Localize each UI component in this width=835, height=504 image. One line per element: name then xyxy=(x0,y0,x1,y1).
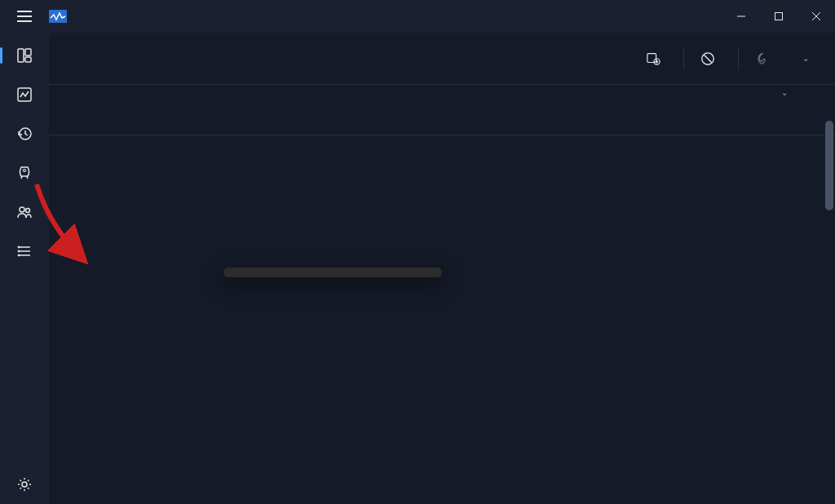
column-cpu[interactable] xyxy=(510,85,589,135)
efficiency-icon xyxy=(755,51,770,66)
svg-rect-20 xyxy=(647,53,656,62)
column-status[interactable] xyxy=(380,85,510,135)
window-controls xyxy=(722,0,835,33)
minimize-button[interactable] xyxy=(722,0,760,33)
svg-rect-2 xyxy=(775,13,783,20)
svg-rect-6 xyxy=(25,49,31,55)
sidebar-tab-processes[interactable] xyxy=(5,36,44,75)
titlebar xyxy=(0,0,835,33)
column-name[interactable] xyxy=(99,85,380,135)
sidebar-tab-settings[interactable] xyxy=(5,465,44,504)
scrollbar[interactable] xyxy=(825,121,833,210)
sidebar-tab-app-history[interactable] xyxy=(5,114,44,153)
sidebar-tab-performance[interactable] xyxy=(5,75,44,114)
context-menu xyxy=(223,267,442,277)
toolbar-divider xyxy=(683,47,684,70)
svg-point-18 xyxy=(18,254,20,256)
svg-rect-5 xyxy=(18,49,24,62)
toolbar: ⌄ xyxy=(49,33,835,85)
view-button[interactable]: ⌄ xyxy=(788,47,819,69)
maximize-button[interactable] xyxy=(760,0,797,33)
svg-point-16 xyxy=(18,246,20,248)
run-new-task-button[interactable] xyxy=(634,45,678,73)
chevron-down-icon: ⌄ xyxy=(802,54,809,63)
annotation-arrow xyxy=(24,176,98,274)
sort-caret-icon: ⌄ xyxy=(781,88,788,97)
main-panel: ⌄ ⌄ xyxy=(49,33,835,504)
toolbar-divider-2 xyxy=(738,47,739,70)
svg-rect-7 xyxy=(25,57,31,62)
svg-point-19 xyxy=(22,482,27,487)
task-manager-window: ⌄ ⌄ xyxy=(0,0,835,504)
svg-line-25 xyxy=(705,55,712,62)
run-task-icon xyxy=(646,51,660,66)
efficiency-mode-button xyxy=(744,45,788,73)
end-task-button[interactable] xyxy=(689,45,733,73)
svg-point-10 xyxy=(24,170,26,172)
svg-point-17 xyxy=(18,250,20,252)
hamburger-button[interactable] xyxy=(8,0,41,33)
column-memory[interactable] xyxy=(589,85,667,135)
close-button[interactable] xyxy=(797,0,835,33)
end-task-icon xyxy=(700,51,715,66)
column-network[interactable]: ⌄ xyxy=(745,85,824,135)
table-header: ⌄ xyxy=(49,85,835,135)
app-icon xyxy=(49,10,67,23)
column-disk[interactable] xyxy=(667,85,745,135)
